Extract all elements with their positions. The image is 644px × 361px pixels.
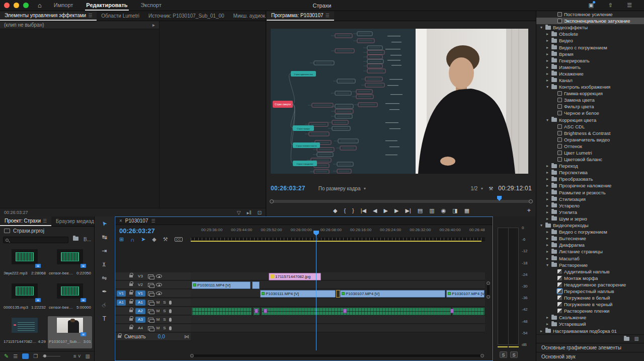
track-source-icon[interactable] — [148, 318, 153, 322]
effect-item[interactable]: ▸Листание страницы — [536, 248, 644, 255]
project-file-row[interactable]: Страхи.prproj — [0, 227, 48, 235]
essential-sound-tab[interactable]: Основной звук — [536, 352, 644, 361]
sort-icon[interactable]: ≡ ˅ — [73, 353, 80, 359]
new-bin-icon[interactable]: ▥ — [86, 353, 90, 359]
effect-item[interactable]: ▸Стилизация — [536, 196, 644, 202]
project-item[interactable]: ⊞Звук222.mp32:28068 — [3, 248, 47, 280]
effect-item[interactable]: ASC CDL — [536, 123, 644, 130]
effect-item[interactable]: ▾Контроль изображения — [536, 84, 644, 90]
go-to-in-button[interactable]: |◀ — [361, 208, 366, 213]
effect-item[interactable]: ▸Переход — [536, 163, 644, 169]
scrub-right-handle[interactable] — [529, 199, 533, 203]
track-select-forward-tool[interactable]: ↹ — [95, 230, 114, 244]
audio-clip[interactable] — [261, 308, 451, 315]
captions-icon[interactable]: CC — [175, 237, 183, 242]
source-patch-V3[interactable] — [117, 273, 126, 279]
timeline-ruler[interactable]: 00:25:36:0000:25:44:0000:25:52:0000:26:0… — [191, 225, 485, 241]
add-marker-button[interactable]: ◆ — [333, 208, 337, 213]
effect-item[interactable]: ▸Устаревший — [536, 321, 644, 327]
close-window-button[interactable] — [4, 3, 10, 8]
effect-item[interactable]: ▾Видеоэффекты — [536, 24, 644, 31]
solo-button[interactable]: S — [163, 326, 167, 330]
effect-item[interactable]: ▸Скольжение — [536, 314, 644, 321]
multicam-button[interactable]: ▦ — [464, 208, 469, 213]
voiceover-record-icon[interactable] — [169, 326, 172, 330]
search-input[interactable] — [3, 237, 68, 243]
project-tab-1[interactable]: Браузер медиаданных — [51, 216, 94, 226]
effect-item[interactable]: Цветовой баланс — [536, 156, 644, 163]
thumbnail-zoom-slider[interactable] — [42, 356, 60, 356]
effect-item[interactable]: ▸Obsolete — [536, 31, 644, 37]
solo-right-button[interactable]: S — [510, 351, 518, 358]
project-tab-0[interactable]: Проект: Страхи☰ — [0, 216, 51, 226]
effect-item[interactable]: Растворение пленки — [536, 308, 644, 314]
effect-item[interactable]: ▾Видеопереходы — [536, 222, 644, 229]
source-patch-A1[interactable]: A1 — [117, 300, 126, 306]
ripple-edit-tool[interactable]: ⇥ — [95, 244, 114, 257]
maximize-window-button[interactable] — [23, 3, 29, 8]
source-patch-A3[interactable] — [117, 317, 126, 323]
ec-tab-3[interactable]: Микш. аудиоклипа: P1030107 — [229, 11, 266, 21]
track-name-V1[interactable]: V1 — [135, 291, 145, 297]
work-area-bar[interactable] — [191, 241, 481, 242]
workspace-icon[interactable]: ▣ — [589, 2, 594, 9]
bin-icon[interactable] — [73, 237, 78, 241]
effect-item[interactable]: ▸Масштаб — [536, 255, 644, 261]
extract-button[interactable]: ▥ — [429, 208, 434, 213]
timeline-menu-icon[interactable]: ☰ — [151, 219, 155, 224]
list-view-icon[interactable]: ☰ — [13, 353, 18, 359]
panel-menu-icon[interactable]: ☰ — [326, 13, 330, 18]
effect-item[interactable]: Погружение в черный — [536, 301, 644, 308]
timeline-clip[interactable] — [252, 281, 260, 289]
expand-arrow-icon[interactable]: ▸ — [152, 22, 155, 28]
effect-item[interactable]: Ограничитель видео — [536, 136, 644, 143]
scrub-left-handle[interactable] — [270, 199, 274, 203]
effect-item[interactable]: ▸Видео — [536, 37, 644, 44]
effect-item[interactable]: ▸Перспектива — [536, 169, 644, 176]
home-icon[interactable]: ⌂ — [38, 2, 42, 9]
track-name-V3[interactable]: V3 — [135, 273, 145, 279]
track-name-V2[interactable]: V2 — [135, 282, 145, 288]
proxy-icon[interactable]: ❐ — [33, 353, 38, 359]
toggle-track-output-icon[interactable] — [156, 283, 162, 286]
effect-item[interactable]: ▸Утилита — [536, 209, 644, 215]
source-patch-V2[interactable] — [117, 282, 126, 288]
timeline-playhead-line[interactable] — [316, 232, 316, 350]
new-preset-icon[interactable]: ▥ — [634, 336, 639, 341]
effect-item[interactable]: ▸Изменить — [536, 64, 644, 70]
add-marker-icon[interactable]: ◆ — [152, 236, 156, 243]
project-item[interactable]: ⊞0000135.mp31:22232 — [3, 282, 47, 314]
effect-item[interactable]: Цвет Lumetri — [536, 150, 644, 156]
timeline-settings-icon[interactable]: ⚒ — [163, 236, 168, 243]
toggle-track-output-icon[interactable] — [156, 274, 162, 278]
voiceover-record-icon[interactable] — [169, 309, 172, 313]
source-patch-A2[interactable] — [117, 308, 126, 314]
selection-tool[interactable]: ➤ — [95, 216, 114, 230]
effect-item[interactable]: ▸Вытеснение — [536, 235, 644, 242]
snap-icon[interactable]: ∩ — [130, 237, 134, 243]
solo-left-button[interactable]: S — [500, 351, 507, 358]
effect-item[interactable]: ▸Генерировать — [536, 57, 644, 64]
transition-clip[interactable] — [336, 290, 340, 298]
effect-item[interactable]: ▸Канал — [536, 77, 644, 84]
menu-icon[interactable]: ☰ — [627, 2, 632, 9]
source-patch-V1[interactable]: V1 — [117, 291, 126, 297]
effect-item[interactable]: ▸Искажение — [536, 70, 644, 77]
edit-pencil-icon[interactable]: ✎ — [4, 353, 9, 359]
audio-clip[interactable] — [452, 308, 485, 315]
lock-icon[interactable] — [118, 335, 121, 338]
share-icon[interactable]: ⇧ — [608, 2, 613, 9]
track-source-icon[interactable] — [148, 326, 153, 330]
effect-item[interactable]: ▸Видео с погружением — [536, 229, 644, 235]
timeline-clip[interactable]: P1030111.MP4 [V] — [260, 290, 336, 298]
play-button[interactable]: ▶ — [384, 208, 388, 213]
track-source-icon[interactable] — [148, 274, 153, 278]
effect-item[interactable]: Черное и белое — [536, 110, 644, 116]
compare-view-button[interactable]: ◨ — [452, 208, 457, 213]
track-name-A4[interactable]: A4 — [135, 325, 145, 331]
mute-button[interactable]: M — [156, 309, 160, 313]
lock-icon[interactable] — [129, 301, 133, 304]
mix-value[interactable]: 0,0 — [158, 334, 165, 339]
close-sequence-icon[interactable]: × — [119, 218, 122, 224]
icon-view-button[interactable] — [22, 353, 29, 359]
